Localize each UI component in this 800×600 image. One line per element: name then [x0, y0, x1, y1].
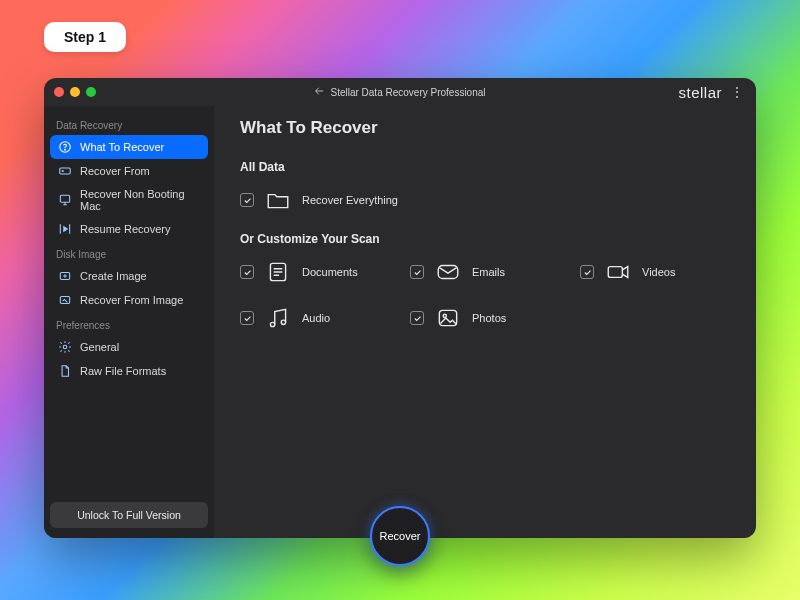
- resume-icon: [58, 222, 72, 236]
- svg-point-3: [62, 170, 63, 171]
- sidebar-section-label: Preferences: [50, 312, 208, 335]
- sidebar-item-label: Resume Recovery: [80, 223, 170, 235]
- titlebar: Stellar Data Recovery Professional stell…: [44, 78, 756, 106]
- recover-image-icon: [58, 293, 72, 307]
- sidebar-item-raw-file-formats[interactable]: Raw File Formats: [50, 359, 208, 383]
- checkbox[interactable]: [240, 311, 254, 325]
- photos-icon: [434, 304, 462, 332]
- option-videos[interactable]: Videos: [580, 258, 710, 286]
- checkbox[interactable]: [240, 265, 254, 279]
- svg-point-12: [281, 320, 285, 324]
- mac-icon: [58, 193, 72, 207]
- sidebar-item-recover-from-image[interactable]: Recover From Image: [50, 288, 208, 312]
- sidebar-item-label: Recover From Image: [80, 294, 183, 306]
- sidebar: Data Recovery What To Recover Recover Fr…: [44, 106, 214, 538]
- page-title: What To Recover: [240, 118, 730, 138]
- sidebar-item-label: Create Image: [80, 270, 147, 282]
- sidebar-item-label: General: [80, 341, 119, 353]
- option-label: Videos: [642, 266, 675, 278]
- folder-icon: [264, 186, 292, 214]
- sidebar-item-label: What To Recover: [80, 141, 164, 153]
- svg-point-11: [270, 322, 274, 326]
- svg-rect-10: [608, 267, 622, 278]
- option-documents[interactable]: Documents: [240, 258, 370, 286]
- sidebar-item-recover-from[interactable]: Recover From: [50, 159, 208, 183]
- svg-rect-2: [60, 168, 71, 174]
- svg-rect-9: [438, 266, 458, 279]
- sidebar-item-what-to-recover[interactable]: What To Recover: [50, 135, 208, 159]
- question-circle-icon: [58, 140, 72, 154]
- back-icon[interactable]: [314, 86, 324, 98]
- brand-logo: stellar: [678, 84, 722, 101]
- window-controls: [54, 87, 96, 97]
- main-panel: What To Recover All Data Recover Everyth…: [214, 106, 756, 538]
- audio-icon: [264, 304, 292, 332]
- app-window: Stellar Data Recovery Professional stell…: [44, 78, 756, 538]
- create-image-icon: [58, 269, 72, 283]
- checkbox[interactable]: [410, 311, 424, 325]
- all-data-heading: All Data: [240, 160, 730, 174]
- svg-point-1: [65, 149, 66, 150]
- option-label: Emails: [472, 266, 505, 278]
- sidebar-item-resume-recovery[interactable]: Resume Recovery: [50, 217, 208, 241]
- checkbox[interactable]: [240, 193, 254, 207]
- svg-rect-4: [60, 195, 69, 202]
- option-recover-everything[interactable]: Recover Everything: [240, 186, 398, 214]
- option-emails[interactable]: Emails: [410, 258, 540, 286]
- minimize-window-button[interactable]: [70, 87, 80, 97]
- videos-icon: [604, 258, 632, 286]
- checkbox[interactable]: [410, 265, 424, 279]
- close-window-button[interactable]: [54, 87, 64, 97]
- sidebar-section-label: Disk Image: [50, 241, 208, 264]
- recover-button[interactable]: Recover: [370, 506, 430, 566]
- option-photos[interactable]: Photos: [410, 304, 540, 332]
- option-label: Documents: [302, 266, 358, 278]
- svg-rect-13: [439, 310, 456, 325]
- emails-icon: [434, 258, 462, 286]
- step-badge: Step 1: [44, 22, 126, 52]
- more-menu-icon[interactable]: ⋮: [730, 84, 744, 100]
- titlebar-title: Stellar Data Recovery Professional: [314, 86, 485, 98]
- app-title: Stellar Data Recovery Professional: [330, 87, 485, 98]
- documents-icon: [264, 258, 292, 286]
- sidebar-item-label: Recover Non Booting Mac: [80, 188, 200, 212]
- svg-point-7: [63, 345, 67, 349]
- raw-file-icon: [58, 364, 72, 378]
- zoom-window-button[interactable]: [86, 87, 96, 97]
- customize-heading: Or Customize Your Scan: [240, 232, 730, 246]
- unlock-full-version-button[interactable]: Unlock To Full Version: [50, 502, 208, 528]
- drive-icon: [58, 164, 72, 178]
- option-label: Photos: [472, 312, 506, 324]
- option-label: Recover Everything: [302, 194, 398, 206]
- sidebar-item-general[interactable]: General: [50, 335, 208, 359]
- sidebar-item-recover-non-booting-mac[interactable]: Recover Non Booting Mac: [50, 183, 208, 217]
- gear-icon: [58, 340, 72, 354]
- option-label: Audio: [302, 312, 330, 324]
- checkbox[interactable]: [580, 265, 594, 279]
- sidebar-item-create-image[interactable]: Create Image: [50, 264, 208, 288]
- sidebar-item-label: Recover From: [80, 165, 150, 177]
- sidebar-section-label: Data Recovery: [50, 112, 208, 135]
- option-audio[interactable]: Audio: [240, 304, 370, 332]
- svg-point-14: [443, 314, 446, 317]
- sidebar-item-label: Raw File Formats: [80, 365, 166, 377]
